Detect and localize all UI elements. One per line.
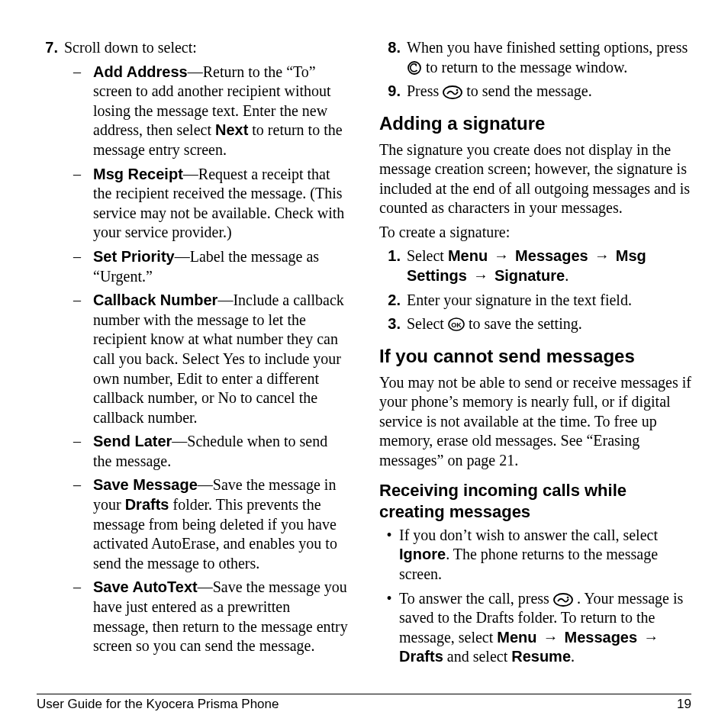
option-save-message: – Save Message—Save the message in your … xyxy=(37,475,349,573)
step-number: 3. xyxy=(379,314,407,334)
bullet-icon: • xyxy=(379,526,399,585)
bullet-icon: • xyxy=(379,589,399,667)
dash-icon: – xyxy=(73,247,93,286)
menu-path: Messages xyxy=(515,247,588,264)
option-text: —Include a callback number with the mess… xyxy=(93,292,344,426)
text-pre: To answer the call, press xyxy=(399,590,553,607)
dot: . xyxy=(565,267,569,284)
option-title: Add Address xyxy=(93,63,188,80)
arrow-icon: → xyxy=(488,247,515,264)
option-inline-bold: Next xyxy=(215,121,248,138)
option-save-autotext: – Save AutoText—Save the message you hav… xyxy=(37,578,349,656)
option-title: Msg Receipt xyxy=(93,166,183,182)
step-number: 9. xyxy=(379,82,407,101)
option-title: Send Later xyxy=(93,433,172,449)
option-callback-number: – Callback Number—Include a callback num… xyxy=(37,291,349,427)
columns: 7. Scroll down to select: – Add Address—… xyxy=(37,38,691,687)
ok-key-icon: OK xyxy=(448,317,465,330)
send-key-icon xyxy=(553,592,573,606)
back-key-icon xyxy=(407,60,422,74)
step-number: 8. xyxy=(379,38,407,77)
heading-adding-signature: Adding a signature xyxy=(379,112,691,136)
arrow-icon: → xyxy=(637,629,661,646)
sig-step-2: 2. Enter your signature in the text fiel… xyxy=(379,291,691,311)
option-send-later: – Send Later—Schedule when to send the m… xyxy=(37,432,349,471)
step-text-pre: When you have finished setting options, … xyxy=(407,39,688,56)
menu-path: Messages xyxy=(565,629,638,646)
step-text-post: to send the message. xyxy=(466,82,591,99)
inline-bold: Resume xyxy=(511,648,571,665)
option-title: Save Message xyxy=(93,476,198,493)
dash-icon: – xyxy=(73,291,93,427)
text-post: to save the setting. xyxy=(469,315,582,332)
step-text-pre: Press xyxy=(407,82,443,99)
option-msg-receipt: – Msg Receipt—Request a receipt that the… xyxy=(37,165,349,243)
arrow-icon: → xyxy=(467,267,494,284)
arrow-icon: → xyxy=(588,247,616,264)
dash-icon: – xyxy=(73,432,93,471)
step-8: 8. When you have finished setting option… xyxy=(379,38,691,77)
arrow-icon: → xyxy=(537,629,565,646)
heading-receiving-calls: Receiving incoming calls while creating … xyxy=(379,480,691,523)
option-title: Save AutoText xyxy=(93,578,198,595)
text-pre: If you don’t wish to answer the call, se… xyxy=(399,527,658,543)
page-footer: User Guide for the Kyocera Prisma Phone … xyxy=(37,694,691,713)
menu-path: Menu xyxy=(497,629,536,646)
step-7: 7. Scroll down to select: xyxy=(37,38,349,58)
option-add-address: – Add Address—Return to the “To” screen … xyxy=(37,63,349,160)
step-number: 1. xyxy=(379,246,407,285)
signature-paragraph: The signature you create does not displa… xyxy=(379,140,691,218)
step-9: 9. Press to send the message. xyxy=(379,82,691,101)
text-pre: Select xyxy=(407,247,448,264)
menu-path: Signature xyxy=(494,267,565,284)
option-set-priority: – Set Priority—Label the message as “Urg… xyxy=(37,247,349,286)
step-text-post: to return to the message window. xyxy=(426,59,627,76)
dot: . xyxy=(571,648,575,665)
column-left: 7. Scroll down to select: – Add Address—… xyxy=(37,38,349,687)
dash-icon: – xyxy=(73,578,93,656)
text-post: and select xyxy=(443,648,511,665)
option-title: Callback Number xyxy=(93,292,217,308)
cannot-send-paragraph: You may not be able to send or receive m… xyxy=(379,373,691,471)
option-inline-bold: Drafts xyxy=(125,496,169,513)
inline-bold: Ignore xyxy=(399,546,446,562)
dash-icon: – xyxy=(73,475,93,573)
svg-point-6 xyxy=(567,596,569,598)
bullet-answer-call: • To answer the call, press . Your messa… xyxy=(379,589,691,667)
menu-path: Menu xyxy=(448,247,488,264)
step-number: 2. xyxy=(379,291,407,311)
text-pre: Select xyxy=(407,315,448,332)
step-number: 7. xyxy=(37,38,64,58)
dash-icon: – xyxy=(73,63,93,160)
footer-title: User Guide for the Kyocera Prisma Phone xyxy=(37,696,279,713)
signature-lead: To create a signature: xyxy=(379,223,691,243)
dash-icon: – xyxy=(73,165,93,243)
svg-text:OK: OK xyxy=(451,321,462,329)
menu-path: Drafts xyxy=(399,648,443,665)
page: 7. Scroll down to select: – Add Address—… xyxy=(0,0,728,728)
bullet-ignore-call: • If you don’t wish to answer the call, … xyxy=(379,526,691,585)
option-title: Set Priority xyxy=(93,248,175,265)
sig-step-1: 1. Select Menu → Messages → Msg Settings… xyxy=(379,246,691,285)
send-key-icon xyxy=(443,85,462,98)
step-body: Scroll down to select: xyxy=(64,38,349,58)
step-text: Enter your signature in the text field. xyxy=(407,291,691,311)
sig-step-3: 3. Select OK to save the setting. xyxy=(379,314,691,334)
heading-cannot-send: If you cannot send messages xyxy=(379,345,691,369)
svg-point-2 xyxy=(456,89,459,92)
page-number: 19 xyxy=(677,696,691,713)
column-right: 8. When you have finished setting option… xyxy=(379,38,691,687)
